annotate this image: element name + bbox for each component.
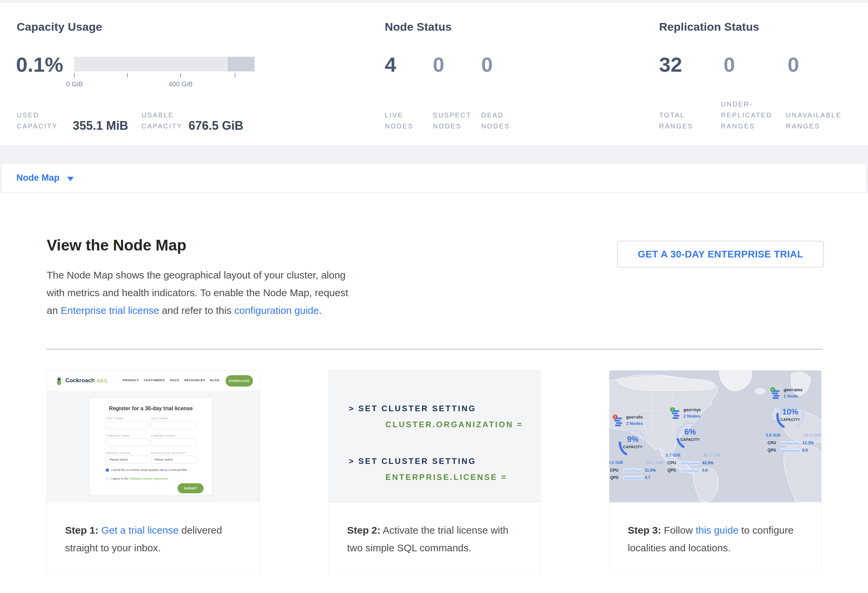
axis-tick: [74, 73, 75, 77]
project-phase-value: Please Select: [109, 458, 128, 461]
get-trial-license-link[interactable]: Get a trial license: [101, 525, 179, 536]
qps-metric-row: QPS 0.0: [667, 468, 708, 472]
license-agreement-label: I agree to the: [111, 477, 130, 480]
last-name-field[interactable]: [151, 421, 196, 429]
cpu-value: 11.0%: [645, 468, 656, 472]
cpu-metric-row: CPU 11.0%: [610, 468, 656, 472]
this-guide-link[interactable]: this guide: [695, 525, 738, 536]
capacity-total: 65.7 GiB: [704, 453, 721, 458]
step1-label: Step 1:: [65, 525, 99, 536]
sql-command-line: > SET CLUSTER SETTING: [349, 404, 476, 413]
suspect-nodes-label: SUSPECT NODES: [433, 110, 471, 132]
axis-tick-label: 400 GiB: [168, 80, 193, 88]
qps-value: 0.0: [702, 468, 708, 472]
capacity-usage-title: Capacity Usage: [17, 21, 102, 33]
qps-sparkline: [781, 448, 800, 453]
minisite-nav-docs[interactable]: DOCS: [170, 378, 179, 382]
cpu-value: 42.5%: [702, 461, 713, 465]
get-enterprise-trial-button[interactable]: GET A 30-DAY ENTERPRISE TRIAL: [617, 241, 824, 268]
locality-node-count: 1 Node: [784, 394, 798, 399]
capacity-percent: 6%: [675, 427, 706, 437]
checkbox-unchecked-icon[interactable]: [106, 477, 109, 480]
cpu-sparkline: [681, 461, 700, 465]
configuration-guide-link[interactable]: configuration guide: [234, 305, 319, 316]
cpu-sparkline: [623, 468, 642, 472]
capacity-used: 3.7 GiB: [666, 453, 681, 458]
capacity-label: CAPACITY: [617, 445, 648, 449]
under-replicated-count: 0: [723, 54, 735, 75]
company-email-field[interactable]: [151, 438, 196, 446]
capacity-percent: 9%: [617, 434, 648, 444]
capacity-percent: 10%: [775, 407, 806, 416]
qps-label: QPS: [610, 475, 621, 480]
step3-pre: Follow: [661, 525, 695, 536]
locality-name: geo=nyc: [683, 407, 701, 412]
step1-caption: Step 1: Get a trial license delivered st…: [65, 521, 244, 557]
step2-card: > SET CLUSTER SETTING CLUSTER.ORGANIZATI…: [328, 370, 540, 575]
license-agreement-checkbox-row[interactable]: I agree to the Software License Agreemen…: [106, 477, 168, 480]
trial-registration-form: Register for a 30-day trial license FIRS…: [89, 398, 212, 496]
email-updates-checkbox-row[interactable]: I would like to receive email updates ab…: [106, 468, 187, 472]
software-license-agreement-link[interactable]: Software License Agreement.: [130, 477, 169, 480]
locality-node-count: 2 Nodes: [683, 413, 700, 419]
company-name-label: COMPANY NAME: [106, 434, 130, 437]
company-email-label: COMPANY EMAIL: [151, 434, 176, 437]
minisite-nav-customers[interactable]: CUSTOMERS: [144, 378, 165, 382]
capacity-label: CAPACITY: [675, 438, 706, 441]
minisite-nav-resources[interactable]: RESOURCES: [184, 378, 205, 382]
minisite-body: Register for a 30-day trial license FIRS…: [47, 391, 260, 502]
project-phase-select[interactable]: Please Select: [106, 456, 148, 464]
capacity-usage-bar: [74, 57, 255, 71]
capacity-range: 3.2 GiB 35.1 GiB: [609, 460, 663, 465]
node-map-dropdown[interactable]: Node Map: [16, 173, 59, 183]
reason-for-interest-select[interactable]: Please Select: [151, 456, 196, 464]
usable-capacity-label: USABLE CAPACITY: [142, 110, 183, 132]
step2-caption: Step 2: Activate the trial license with …: [347, 521, 526, 557]
enterprise-trial-license-link[interactable]: Enterprise trial license: [61, 305, 159, 316]
cpu-label: CPU: [610, 468, 621, 472]
axis-tick-label: 0 GiB: [66, 80, 83, 88]
minisite-nav-product[interactable]: PRODUCT: [123, 378, 139, 382]
minisite-nav-blog[interactable]: BLOG: [210, 378, 220, 382]
axis-tick: [127, 73, 128, 77]
page-title: View the Node Map: [47, 236, 186, 254]
qps-metric-row: QPS 4.7: [610, 475, 650, 480]
checkbox-checked-icon[interactable]: [106, 469, 109, 472]
axis-tick: [180, 73, 181, 77]
minisite-download-button[interactable]: DOWNLOAD: [226, 375, 253, 387]
step1-card: Cockroach LABS PRODUCT CUSTOMERS DOCS RE…: [46, 370, 260, 575]
suspect-nodes-count: 0: [433, 54, 444, 75]
section-divider: [47, 349, 822, 350]
reason-for-interest-value: Please Select: [155, 458, 173, 461]
chevron-down-icon[interactable]: [67, 177, 74, 181]
capacity-bar-reserved-segment: [227, 57, 255, 71]
database-nodes-icon: [614, 418, 623, 428]
project-phase-label: PROJECT PHASE: [106, 452, 130, 455]
minisite-header: Cockroach LABS PRODUCT CUSTOMERS DOCS RE…: [47, 371, 260, 391]
dead-nodes-count: 0: [481, 54, 493, 75]
promo-text-part2: and refer to this: [159, 305, 234, 316]
node-map-promo-section: View the Node Map The Node Map shows the…: [0, 193, 868, 593]
cluster-overview-page: Capacity Usage 0.1% 0 GiB 400 GiB USED C…: [0, 0, 868, 593]
usable-capacity-value: 676.5 GiB: [189, 120, 243, 132]
database-nodes-icon: [672, 410, 681, 420]
email-updates-checkbox-label: I would like to receive email updates ab…: [111, 468, 187, 472]
used-capacity-label: USED CAPACITY: [17, 110, 58, 132]
qps-label: QPS: [768, 448, 778, 453]
database-nodes-icon: [772, 390, 781, 400]
sql-setting-license: ENTERPRISE.LICENSE =: [385, 472, 507, 482]
node-status-title: Node Status: [385, 21, 452, 33]
capacity-used: 3.6 GiB: [766, 433, 781, 438]
promo-text-part3: .: [319, 305, 322, 316]
qps-metric-row: QPS 0.0: [768, 448, 808, 453]
first-name-label: FIRST NAME: [106, 417, 124, 420]
locality-name: geo=sfo: [626, 415, 643, 419]
company-name-field[interactable]: [106, 438, 148, 446]
cpu-metric-row: CPU 12.3%: [768, 441, 813, 445]
first-name-field[interactable]: [106, 421, 148, 429]
cpu-metric-row: CPU 42.5%: [667, 461, 713, 465]
step3-caption: Step 3: Follow this guide to configure l…: [628, 521, 794, 557]
dead-nodes-label: DEAD NODES: [481, 110, 510, 132]
sql-code-block: > SET CLUSTER SETTING CLUSTER.ORGANIZATI…: [329, 371, 540, 502]
submit-button[interactable]: SUBMIT: [177, 483, 204, 493]
